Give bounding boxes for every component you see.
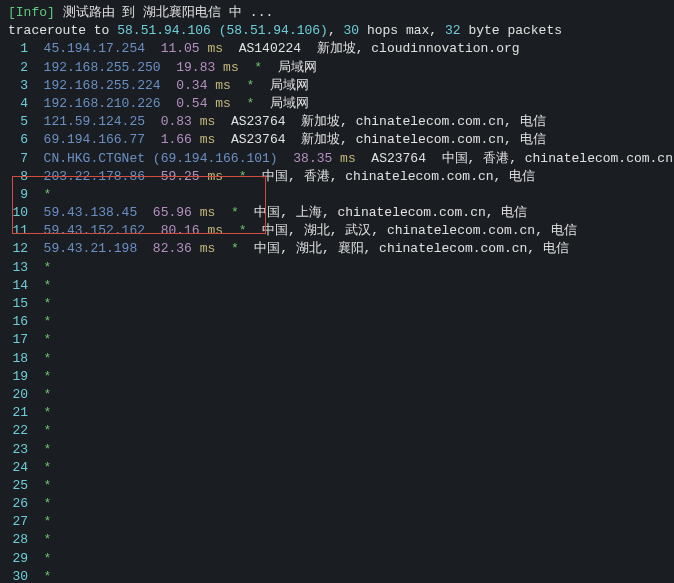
hop-row: 24 * [8,459,666,477]
hop-row: 11 59.43.152.162 80.16 ms * 中国, 湖北, 武汉, … [8,222,666,240]
hop-number: 2 [8,59,28,77]
hop-row: 22 * [8,422,666,440]
hop-ip: 59.43.138.45 [44,205,138,220]
hop-location: 中国, 湖北, 襄阳, chinatelecom.com.cn, 电信 [254,241,569,256]
hop-location: 中国, 湖北, 武汉, chinatelecom.com.cn, 电信 [262,223,577,238]
hop-row: 10 59.43.138.45 65.96 ms * 中国, 上海, china… [8,204,666,222]
info-tag: [Info] [8,5,55,20]
hop-number: 17 [8,331,28,349]
hop-number: 15 [8,295,28,313]
hop-row: 27 * [8,513,666,531]
hop-asn: AS23764 [231,114,286,129]
hop-asn: AS140224 [239,41,301,56]
hop-row: 4 192.168.210.226 0.54 ms * 局域网 [8,95,666,113]
hops-label: hops max, [367,23,437,38]
hop-row: 19 * [8,368,666,386]
hop-number: 29 [8,550,28,568]
hop-number: 22 [8,422,28,440]
hop-time: 82.36 [153,241,192,256]
hop-row: 9 * [8,186,666,204]
hop-number: 16 [8,313,28,331]
hop-ip: 59.43.152.162 [44,223,145,238]
hop-row: 23 * [8,441,666,459]
hop-ip: 203.22.178.86 [44,169,145,184]
hop-location: 局域网 [278,60,317,75]
hop-row: 21 * [8,404,666,422]
star-icon: * [44,405,52,420]
hop-unit: ms [207,223,223,238]
hop-number: 18 [8,350,28,368]
star-icon: * [44,569,52,583]
hop-number: 19 [8,368,28,386]
star-icon: * [44,314,52,329]
hop-number: 11 [8,222,28,240]
hop-row: 8 203.22.178.86 59.25 ms * 中国, 香港, china… [8,168,666,186]
hop-ip: 192.168.210.226 [44,96,161,111]
hop-time: 65.96 [153,205,192,220]
hop-asn: AS23764 [231,132,286,147]
star-icon: * [44,351,52,366]
hop-row: 29 * [8,550,666,568]
hop-number: 14 [8,277,28,295]
star-icon: * [44,278,52,293]
hop-unit: ms [207,169,223,184]
hop-unit: ms [340,151,356,166]
bytes-label: byte packets [468,23,562,38]
hops-max: 30 [344,23,360,38]
hop-number: 24 [8,459,28,477]
star-icon: * [44,460,52,475]
hop-ip: 69.194.166.77 [44,132,145,147]
hop-number: 10 [8,204,28,222]
hop-time: 1.66 [161,132,192,147]
hop-number: 3 [8,77,28,95]
hop-time: 0.34 [176,78,207,93]
hop-time: 0.54 [176,96,207,111]
star-icon: * [44,551,52,566]
hop-row: 16 * [8,313,666,331]
hop-number: 1 [8,40,28,58]
hop-row: 17 * [8,331,666,349]
hop-time: 0.83 [161,114,192,129]
target-ip-paren: (58.51.94.106) [219,23,328,38]
hop-number: 5 [8,113,28,131]
hop-ip-paren: (69.194.166.101) [153,151,278,166]
traceroute-label: traceroute to [8,23,109,38]
star-icon: * [231,241,239,256]
hop-row: 6 69.194.166.77 1.66 ms AS23764 新加坡, chi… [8,131,666,149]
hop-time: 19.83 [176,60,215,75]
traceroute-header: traceroute to 58.51.94.106 (58.51.94.106… [8,22,666,40]
hop-location: 新加坡, cloudinnovation.org [317,41,520,56]
info-line-start: [Info] 测试路由 到 湖北襄阳电信 中 ... [8,4,666,22]
star-icon: * [44,332,52,347]
hop-row: 14 * [8,277,666,295]
hop-row: 1 45.194.17.254 11.05 ms AS140224 新加坡, c… [8,40,666,58]
hop-name: CN.HKG.CTGNet [44,151,145,166]
star-icon: * [44,187,52,202]
hop-unit: ms [215,96,231,111]
hop-location: 中国, 上海, chinatelecom.com.cn, 电信 [254,205,527,220]
hop-row: 7 CN.HKG.CTGNet (69.194.166.101) 38.35 m… [8,150,666,168]
hop-ip: 192.168.255.224 [44,78,161,93]
hop-number: 23 [8,441,28,459]
star-icon: * [239,223,247,238]
hop-time: 11.05 [161,41,200,56]
hop-ip: 192.168.255.250 [44,60,161,75]
hop-location: 中国, 香港, chinatelecom.com.cn, 电信 [262,169,535,184]
hop-ip: 45.194.17.254 [44,41,145,56]
star-icon: * [239,169,247,184]
star-icon: * [44,369,52,384]
hop-row: 2 192.168.255.250 19.83 ms * 局域网 [8,59,666,77]
star-icon: * [247,96,255,111]
star-icon: * [231,205,239,220]
hop-number: 26 [8,495,28,513]
hop-row: 20 * [8,386,666,404]
hop-time: 80.16 [161,223,200,238]
hop-unit: ms [207,41,223,56]
hop-unit: ms [223,60,239,75]
hop-unit: ms [200,241,216,256]
hop-row: 30 * [8,568,666,583]
hop-number: 7 [8,150,28,168]
hop-asn: AS23764 [371,151,426,166]
hop-row: 26 * [8,495,666,513]
hop-number: 28 [8,531,28,549]
